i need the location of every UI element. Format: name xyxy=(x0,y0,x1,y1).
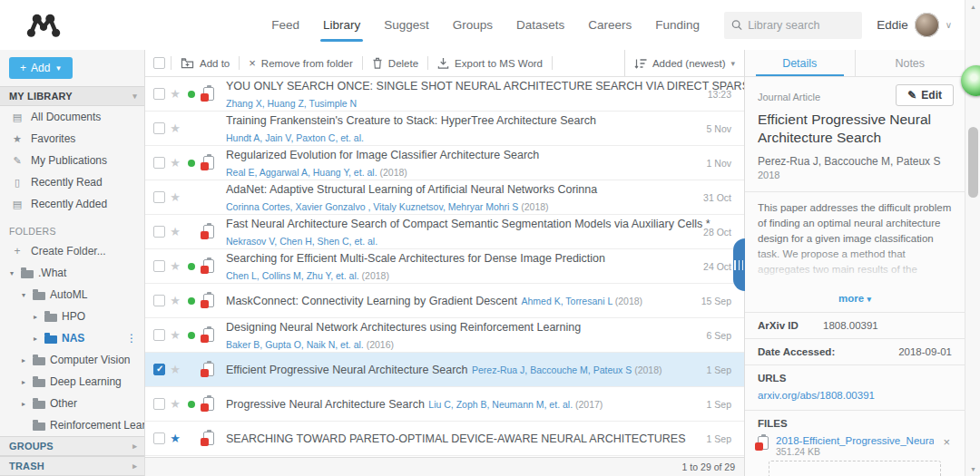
search-input[interactable] xyxy=(748,19,855,32)
pdf-file-icon[interactable] xyxy=(203,259,214,273)
nav-item[interactable]: Careers xyxy=(576,0,643,50)
favorite-star-icon[interactable]: ★ xyxy=(165,121,185,135)
favorite-star-icon[interactable]: ★ xyxy=(165,397,185,411)
row-checkbox[interactable] xyxy=(153,122,165,134)
add-button[interactable]: + Add ▼ xyxy=(9,57,73,79)
folder-menu-icon[interactable]: ⋮ xyxy=(126,332,137,345)
row-checkbox[interactable] xyxy=(153,432,165,444)
remove-from-folder-button[interactable]: × Remove from folder xyxy=(245,56,357,70)
pdf-file-icon[interactable] xyxy=(203,87,214,101)
row-checkbox[interactable] xyxy=(153,398,165,410)
folder-item[interactable]: ▸ Other xyxy=(0,393,144,414)
document-authors[interactable]: Zhang X, Huang Z, Tusimple N xyxy=(226,98,357,109)
panel-drag-handle[interactable] xyxy=(733,238,745,291)
tab-notes[interactable]: Notes xyxy=(855,50,965,76)
sort-dropdown[interactable]: Added (newest) ▾ xyxy=(624,50,744,76)
arxiv-url-link[interactable]: arxiv.org/abs/1808.00391 xyxy=(758,390,875,401)
document-row[interactable]: ★ Searching for Efficient Multi-Scale Ar… xyxy=(145,249,744,284)
edit-button[interactable]: ✎ Edit xyxy=(896,84,954,106)
row-checkbox[interactable] xyxy=(153,364,165,375)
favorite-star-icon[interactable]: ★ xyxy=(165,190,185,204)
document-authors[interactable]: Liu C, Zoph B, Neumann M, et. al. xyxy=(428,399,573,410)
favorite-star-icon[interactable]: ★ xyxy=(165,432,185,445)
folder-item[interactable]: ▸ Deep Learning xyxy=(0,371,144,393)
tab-details[interactable]: Details xyxy=(745,50,855,76)
document-row[interactable]: ★ Designing Neural Network Architectures… xyxy=(145,318,744,353)
expand-arrow-icon[interactable]: ▸ xyxy=(19,378,28,386)
document-row[interactable]: ★ MaskConnect: Connectivity Learning by … xyxy=(145,284,744,318)
expand-arrow-icon[interactable]: ▾ xyxy=(19,291,28,299)
trash-header[interactable]: TRASH ▸ xyxy=(0,456,144,476)
sidebar-item[interactable]: ▤ All Documents xyxy=(0,106,144,128)
avatar[interactable] xyxy=(915,13,939,37)
nav-item[interactable]: Funding xyxy=(643,0,711,50)
scrollbar-thumb[interactable] xyxy=(968,127,978,198)
row-checkbox[interactable] xyxy=(153,157,165,169)
export-button[interactable]: Export to MS Word xyxy=(434,57,546,69)
document-authors[interactable]: Perez-Rua J, Baccouche M, Pateux S xyxy=(472,364,632,375)
nav-item[interactable]: Library xyxy=(311,0,372,50)
sidebar-item[interactable]: ▯ Recently Read xyxy=(0,171,144,193)
sidebar-item[interactable]: ✎ My Publications xyxy=(0,150,144,171)
pdf-file-icon[interactable] xyxy=(203,156,214,170)
row-checkbox[interactable] xyxy=(153,226,165,238)
user-menu[interactable]: Eddie ∨ xyxy=(877,13,952,37)
pdf-file-icon[interactable] xyxy=(203,363,214,376)
pdf-file-icon[interactable] xyxy=(203,432,214,445)
row-checkbox[interactable] xyxy=(153,88,165,100)
file-dropzone[interactable] xyxy=(769,461,941,476)
sidebar-item[interactable]: ▤ Recently Added xyxy=(0,193,144,215)
document-row[interactable]: ★ Training Frankenstein's Creature to St… xyxy=(145,112,744,146)
document-authors[interactable]: Ahmed K, Torresani L xyxy=(521,296,612,306)
nav-item[interactable]: Feed xyxy=(260,0,311,50)
expand-arrow-icon[interactable]: ▾ xyxy=(7,269,16,277)
document-authors[interactable]: Real E, Aggarwal A, Huang Y, et. al. xyxy=(226,167,377,178)
nav-item[interactable]: Groups xyxy=(441,0,505,50)
pdf-file-icon[interactable] xyxy=(203,328,214,342)
favorite-star-icon[interactable]: ★ xyxy=(165,156,185,170)
row-checkbox[interactable] xyxy=(153,295,165,306)
document-authors[interactable]: Baker B, Gupta O, Naik N, et. al. xyxy=(226,339,364,350)
document-row[interactable]: ★ Fast Neural Architecture Search of Com… xyxy=(145,215,744,249)
groups-header[interactable]: GROUPS ▸ xyxy=(0,436,144,456)
document-row[interactable]: ★ SEARCHING TOWARD PARETO-OPTIMAL DEVICE… xyxy=(145,422,744,456)
document-authors[interactable]: Corinna Cortes, Xavier Gonzalvo , Vitaly… xyxy=(226,201,518,212)
expand-arrow-icon[interactable]: ▸ xyxy=(31,335,40,343)
document-row[interactable]: ★ Progressive Neural Architecture Search… xyxy=(145,387,744,422)
row-checkbox[interactable] xyxy=(153,329,165,341)
folder-item[interactable]: ▾ .What xyxy=(0,262,144,284)
document-authors[interactable]: Nekrasov V, Chen H, Shen C, et. al. xyxy=(226,236,377,247)
row-checkbox[interactable] xyxy=(153,191,165,203)
folder-item[interactable]: ▾ AutoML xyxy=(0,284,144,306)
document-row[interactable]: ★ Efficient Progressive Neural Architect… xyxy=(145,353,744,387)
delete-button[interactable]: Delete xyxy=(368,57,422,69)
favorite-star-icon[interactable]: ★ xyxy=(165,328,185,342)
document-row[interactable]: ★ Regularized Evolution for Image Classi… xyxy=(145,146,744,180)
row-checkbox[interactable] xyxy=(153,260,165,272)
select-all-checkbox[interactable] xyxy=(153,57,165,69)
library-search[interactable] xyxy=(724,12,862,39)
folder-item[interactable]: Reinforcement Lear... xyxy=(0,414,144,436)
favorite-star-icon[interactable]: ★ xyxy=(165,87,185,101)
sidebar-item[interactable]: ★ Favorites xyxy=(0,128,144,150)
folder-item[interactable]: ▸ HPO xyxy=(0,306,144,327)
pdf-file-icon[interactable] xyxy=(203,294,214,307)
file-link[interactable]: 2018-Efficient_Progressive_Neural_Ar... xyxy=(776,435,934,446)
favorite-star-icon[interactable]: ★ xyxy=(165,225,185,238)
scroll-down-arrow-icon[interactable]: ▼ xyxy=(965,466,980,472)
nav-item[interactable]: Suggest xyxy=(372,0,441,50)
expand-arrow-icon[interactable]: ▸ xyxy=(19,400,28,408)
create-folder-button[interactable]: + Create Folder... xyxy=(0,240,144,262)
pdf-file-icon[interactable] xyxy=(203,397,214,411)
document-authors[interactable]: Chen L, Collins M, Zhu Y, et. al. xyxy=(226,270,359,281)
folder-item[interactable]: ▸ NAS ⋮ xyxy=(0,327,144,349)
document-authors[interactable]: Hundt A, Jain V, Paxton C, et. al. xyxy=(226,132,364,143)
more-link[interactable]: more ▾ xyxy=(838,293,871,304)
remove-file-icon[interactable]: × xyxy=(941,435,952,449)
add-to-button[interactable]: Add to xyxy=(177,57,233,69)
favorite-star-icon[interactable]: ★ xyxy=(165,259,185,273)
expand-arrow-icon[interactable]: ▸ xyxy=(31,313,40,321)
favorite-star-icon[interactable]: ★ xyxy=(165,363,185,376)
expand-arrow-icon[interactable]: ▸ xyxy=(19,356,28,364)
folder-item[interactable]: ▸ Computer Vision xyxy=(0,349,144,371)
